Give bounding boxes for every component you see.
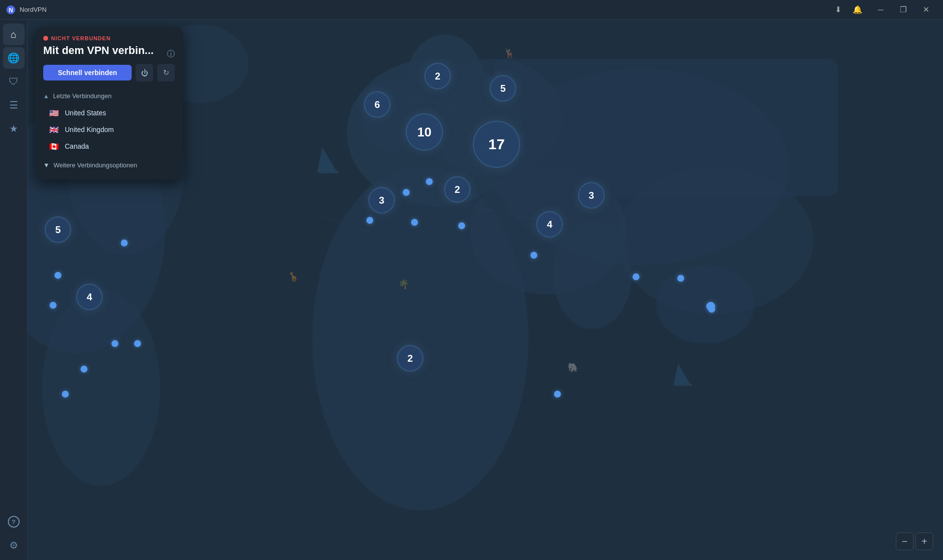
recent-connections-label: Letzte Verbindungen — [53, 92, 111, 100]
list-icon: ☰ — [9, 99, 18, 111]
panel-title: Mit dem VPN verbin... — [43, 44, 154, 57]
info-button[interactable]: ⓘ — [167, 49, 175, 59]
shield-icon: 🛡 — [9, 76, 19, 87]
nordvpn-logo: N — [6, 5, 16, 15]
zoom-out-button[interactable]: − — [896, 533, 914, 550]
connection-list: 🇺🇸 United States 🇬🇧 United Kingdom 🇨🇦 Ca… — [43, 105, 175, 155]
flag-gb: 🇬🇧 — [48, 125, 60, 134]
titlebar-right: ⬇ 🔔 ─ ❐ ✕ — [830, 2, 937, 18]
sidebar-item-servers[interactable]: ☰ — [3, 94, 25, 116]
globe-icon: 🌐 — [7, 52, 20, 64]
close-button[interactable]: ✕ — [915, 2, 937, 18]
status-indicator — [43, 36, 48, 41]
recent-connections-header[interactable]: ▲ Letzte Verbindungen — [43, 89, 175, 103]
sidebar-item-shield[interactable]: 🛡 — [3, 71, 25, 92]
quick-connect-button[interactable]: Schnell verbinden — [43, 65, 132, 80]
refresh-icon: ↻ — [163, 68, 169, 77]
maximize-button[interactable]: ❐ — [892, 2, 915, 18]
home-icon: ⌂ — [10, 29, 16, 40]
download-button[interactable]: ⬇ — [830, 2, 846, 18]
connection-item-gb[interactable]: 🇬🇧 United Kingdom — [43, 121, 175, 138]
flag-us: 🇺🇸 — [48, 108, 60, 117]
status-badge: NICHT VERBUNDEN — [51, 35, 111, 41]
sidebar-item-favorites[interactable]: ★ — [3, 118, 25, 139]
flag-ca: 🇨🇦 — [48, 142, 60, 151]
connection-panel: NICHT VERBUNDEN Mit dem VPN verbin... ⓘ … — [35, 27, 183, 180]
svg-text:🐘: 🐘 — [568, 362, 579, 373]
svg-rect-28 — [675, 384, 692, 386]
country-name-ca: Canada — [65, 142, 89, 150]
zoom-controls: − + — [896, 533, 933, 550]
minimize-button[interactable]: ─ — [869, 2, 892, 18]
connection-item-us[interactable]: 🇺🇸 United States — [43, 105, 175, 121]
svg-text:N: N — [9, 7, 13, 14]
svg-text:🌴: 🌴 — [398, 279, 410, 290]
app-layout: ⌂ 🌐 🛡 ☰ ★ ? ⚙ — [0, 20, 943, 560]
sidebar-item-home[interactable]: ⌂ — [3, 24, 25, 45]
panel-actions: Schnell verbinden ⏻ ↻ — [43, 64, 175, 81]
more-options-section[interactable]: ▼ Weitere Verbindungsoptionen — [43, 159, 175, 172]
main-content: 🐘 🌴 🦌 🦒 2 5 6 — [28, 20, 943, 560]
star-icon: ★ — [9, 123, 18, 134]
sidebar-item-help[interactable]: ? — [3, 511, 25, 533]
refresh-button[interactable]: ↻ — [157, 64, 175, 81]
help-icon: ? — [8, 516, 20, 528]
chevron-down-icon: ▼ — [43, 161, 50, 169]
country-name-us: United States — [65, 109, 106, 117]
svg-text:🦒: 🦒 — [288, 271, 299, 282]
svg-point-15 — [553, 221, 632, 329]
gear-icon: ⚙ — [9, 539, 18, 551]
more-options-label: Weitere Verbindungsoptionen — [54, 161, 137, 169]
country-name-gb: United Kingdom — [65, 126, 114, 133]
sidebar: ⌂ 🌐 🛡 ☰ ★ ? ⚙ — [0, 20, 28, 560]
svg-rect-26 — [319, 171, 338, 173]
svg-point-16 — [656, 265, 754, 344]
power-button[interactable]: ⏻ — [136, 64, 153, 81]
status-bar: NICHT VERBUNDEN — [43, 35, 175, 41]
titlebar-left: N NordVPN — [6, 5, 47, 15]
svg-text:🦌: 🦌 — [504, 48, 515, 59]
app-title: NordVPN — [20, 6, 47, 13]
power-icon: ⏻ — [141, 69, 148, 77]
chevron-up-icon: ▲ — [43, 93, 49, 100]
zoom-in-button[interactable]: + — [915, 533, 933, 550]
sidebar-item-settings[interactable]: ⚙ — [3, 534, 25, 556]
svg-point-6 — [406, 34, 484, 133]
notification-button[interactable]: 🔔 — [850, 2, 865, 18]
sidebar-item-globe[interactable]: 🌐 — [3, 47, 25, 69]
svg-point-12 — [42, 290, 160, 486]
titlebar: N NordVPN ⬇ 🔔 ─ ❐ ✕ — [0, 0, 943, 20]
connection-item-ca[interactable]: 🇨🇦 Canada — [43, 138, 175, 155]
